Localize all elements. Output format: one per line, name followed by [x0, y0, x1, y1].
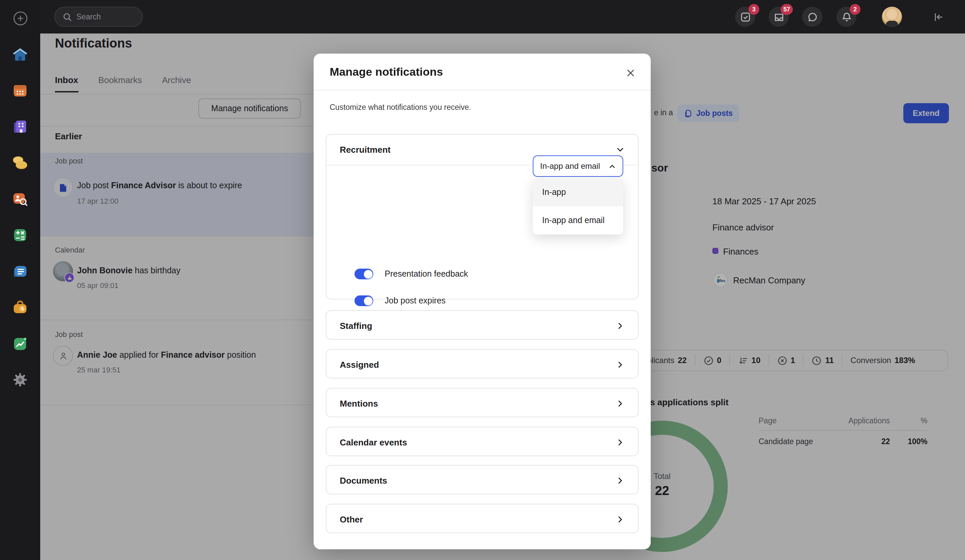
sidebar-item-recruitment[interactable] — [11, 190, 29, 207]
calculator-icon — [11, 227, 29, 244]
home-icon — [11, 46, 29, 63]
section-recruitment-label: Recruitment — [340, 145, 391, 155]
top-bar: Search 3 57 2 — [0, 0, 965, 34]
sidebar-item-calendar[interactable] — [11, 82, 29, 99]
job-post-expires-toggle[interactable] — [355, 296, 373, 306]
modal-title: Manage notifications — [330, 66, 443, 79]
collapse-panel-button[interactable] — [930, 9, 946, 25]
app-sidebar — [0, 0, 40, 560]
toggle-label: Job post expires — [384, 296, 446, 305]
chevron-down-icon — [616, 145, 625, 154]
bell-icon — [841, 11, 852, 23]
section-calendar-events: Calendar events — [325, 427, 639, 456]
manage-notifications-modal: Manage notifications Customize what noti… — [314, 54, 651, 549]
delivery-method-value: In-app and email — [540, 162, 600, 171]
notifications-button[interactable]: 2 — [836, 7, 856, 27]
coins-icon — [11, 154, 29, 171]
toggle-label: Presentation feedback — [384, 269, 468, 279]
section-staffing: Staffing — [325, 310, 639, 340]
section-mentions-header[interactable]: Mentions — [326, 389, 638, 419]
section-staffing-header[interactable]: Staffing — [326, 311, 638, 341]
plus-icon — [13, 11, 28, 26]
inbox-badge: 57 — [781, 4, 793, 15]
section-documents-header[interactable]: Documents — [326, 465, 638, 496]
search-icon — [63, 12, 72, 21]
inbox-button[interactable]: 57 — [769, 7, 789, 27]
chart-icon — [11, 335, 29, 352]
candidate-search-icon — [11, 190, 29, 207]
divider — [314, 90, 651, 90]
menu-option-in-app-and-email[interactable]: In-app and email — [533, 206, 623, 234]
section-label: Other — [340, 514, 363, 524]
chevron-up-icon — [608, 162, 616, 170]
sidebar-item-settings[interactable] — [11, 371, 29, 389]
delivery-method-menu: In-app In-app and email — [533, 178, 623, 234]
chevron-right-icon — [616, 361, 625, 369]
section-mentions: Mentions — [325, 388, 639, 417]
section-calendar-events-header[interactable]: Calendar events — [326, 427, 638, 457]
close-icon — [626, 68, 635, 78]
sidebar-item-finance[interactable] — [11, 154, 29, 171]
sidebar-item-documents[interactable] — [11, 263, 29, 280]
tasks-button[interactable]: 3 — [735, 7, 755, 27]
user-avatar[interactable] — [882, 7, 902, 27]
section-label: Calendar events — [340, 438, 407, 447]
sidebar-item-organizations[interactable] — [11, 118, 29, 136]
section-assigned: Assigned — [325, 349, 639, 379]
tasks-icon — [739, 11, 751, 23]
section-documents: Documents — [325, 465, 639, 495]
sidebar-item-home[interactable] — [11, 46, 29, 63]
search-input[interactable]: Search — [54, 7, 143, 27]
toggle-knob — [363, 296, 372, 305]
briefcase-clock-icon — [11, 299, 29, 316]
toggle-row-job-post-expires: Job post expires — [355, 296, 446, 306]
chevron-right-icon — [616, 476, 625, 485]
section-label: Staffing — [340, 321, 372, 331]
sidebar-item-reports[interactable] — [11, 335, 29, 352]
notifications-badge: 2 — [850, 4, 860, 15]
chevron-right-icon — [616, 322, 625, 330]
tasks-badge: 3 — [749, 4, 759, 15]
section-label: Mentions — [340, 398, 378, 409]
modal-close-button[interactable] — [625, 67, 636, 79]
add-button[interactable] — [13, 11, 28, 26]
calendar-icon — [11, 82, 29, 99]
chat-button[interactable] — [802, 7, 822, 27]
presentation-feedback-toggle[interactable] — [355, 269, 373, 279]
search-placeholder: Search — [77, 13, 101, 21]
sidebar-rail — [11, 46, 29, 389]
toggle-row-presentation-feedback: Presentation feedback — [355, 269, 468, 279]
toggle-knob — [363, 269, 372, 278]
collapse-icon — [932, 10, 945, 23]
delivery-method-select[interactable]: In-app and email — [533, 155, 623, 177]
chevron-right-icon — [616, 438, 625, 447]
sidebar-item-time-tracking[interactable] — [11, 299, 29, 316]
section-assigned-header[interactable]: Assigned — [326, 350, 638, 380]
menu-option-in-app[interactable]: In-app — [533, 178, 623, 206]
chevron-right-icon — [616, 515, 625, 524]
chevron-right-icon — [616, 399, 625, 408]
section-label: Documents — [340, 475, 388, 486]
section-other: Other — [325, 504, 639, 533]
document-lines-icon — [11, 263, 29, 280]
section-label: Assigned — [340, 360, 379, 370]
building-icon — [11, 118, 29, 136]
section-other-header[interactable]: Other — [326, 504, 638, 534]
app-root: Search 3 57 2 — [0, 0, 965, 560]
sidebar-item-calculator[interactable] — [11, 227, 29, 244]
gear-icon — [11, 371, 29, 389]
chat-icon — [806, 11, 818, 23]
modal-description: Customize what notifications you receive… — [330, 103, 471, 111]
